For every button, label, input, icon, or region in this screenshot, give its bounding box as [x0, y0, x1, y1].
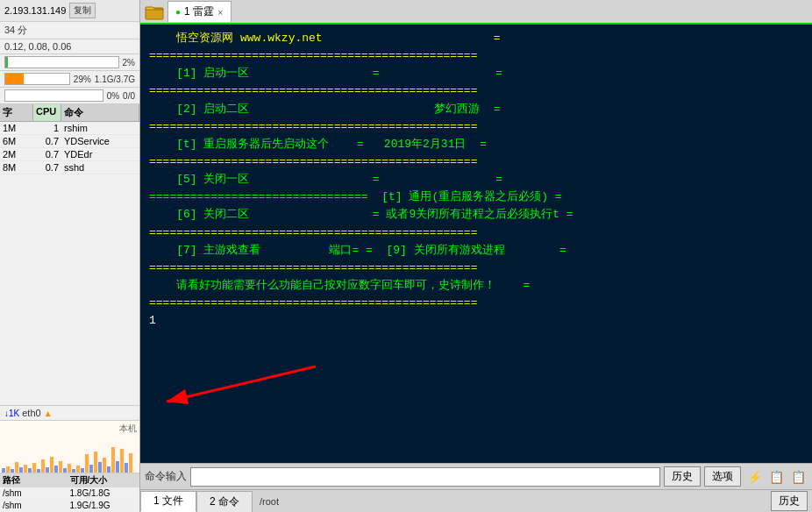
proc-cmd: sshd [61, 161, 139, 174]
chart-bar [15, 462, 18, 473]
swap-detail: 1.1G/3.7G [95, 75, 135, 84]
terminal-line: [2] 启动二区 梦幻西游 = [149, 101, 803, 118]
chart-bar [28, 468, 32, 473]
terminal-line: [5] 关闭一区 = = [149, 171, 803, 188]
net-up: ▲ [44, 409, 53, 418]
bottom-tab-commands[interactable]: 2 命令 [196, 491, 253, 512]
active-tab[interactable]: ● 1 雷霆 × [167, 1, 231, 22]
chart-bar [2, 468, 5, 473]
col-mem-header: 字 [0, 104, 33, 121]
mem-bar-fill [5, 57, 8, 68]
disk-path: /shm [3, 501, 70, 510]
swap-bar-fill [5, 74, 24, 84]
disk-col-size: 可用/大小 [70, 474, 138, 487]
tab-close-button[interactable]: × [217, 7, 223, 18]
chart-bar [125, 463, 128, 473]
chart-bar [11, 469, 14, 473]
chart-bar [63, 468, 67, 473]
chart-bar [59, 461, 62, 473]
sidebar: 2.193.131.149 复制 34 分 0.12, 0.08, 0.06 2… [0, 0, 140, 512]
col-cmd-header: 命令 [61, 104, 139, 121]
disk-col-path: 路径 [3, 474, 70, 487]
flash-icon-button[interactable]: ⚡ [744, 467, 764, 487]
terminal-output[interactable]: 悟空资源网 www.wkzy.net = ===================… [140, 25, 812, 463]
copy-icon-button-2[interactable]: 📋 [788, 467, 808, 487]
process-header: 字 CPU 命令 [0, 104, 139, 122]
bottom-tab-files-label: 1 文件 [153, 494, 183, 508]
process-row: 2M 0.7 YDEdr [0, 148, 139, 161]
io-bar [4, 89, 103, 102]
terminal-line: ========================================… [149, 295, 803, 312]
chart-bar [85, 454, 89, 473]
proc-mem: 8M [0, 161, 33, 174]
mem-bar-row: 2% [0, 54, 139, 71]
chart-bar [24, 465, 27, 473]
proc-cpu: 0.7 [33, 148, 61, 160]
options-button[interactable]: 选项 [704, 466, 741, 487]
chart-bar [98, 462, 102, 473]
chart-bar [46, 467, 49, 473]
disk-path: /shm [3, 488, 70, 498]
chart-bar [54, 466, 58, 473]
tab-status-dot: ● [175, 7, 181, 17]
network-chart: 本机 [0, 420, 139, 473]
chart-bar [81, 468, 84, 473]
chart-bar [94, 452, 97, 473]
chart-bar [107, 466, 110, 473]
proc-mem: 1M [0, 122, 33, 134]
chart-bar [129, 453, 132, 473]
swap-bar-row: 29% 1.1G/3.7G [0, 71, 139, 88]
chart-bar [116, 461, 119, 473]
bottom-history-button[interactable]: 历史 [771, 491, 808, 511]
proc-cmd: rshim [61, 122, 139, 134]
chart-bar [89, 465, 93, 473]
history-button[interactable]: 历史 [664, 466, 701, 487]
terminal-line: ========================================… [149, 47, 803, 65]
chart-bar [120, 449, 124, 473]
svg-line-2 [167, 366, 316, 402]
server-ip: 2.193.131.149 [4, 5, 66, 16]
bottom-tab-files[interactable]: 1 文件 [140, 491, 196, 512]
disk-size: 1.9G/1.9G [70, 501, 138, 510]
cmd-label: 命令输入 [145, 469, 187, 484]
proc-mem: 2M [0, 148, 33, 160]
process-row: 8M 0.7 sshd [0, 161, 139, 174]
mem-bar [4, 56, 119, 68]
cmd-icons: ⚡ 📋 📋 [744, 467, 808, 487]
terminal-line: ========================================… [149, 224, 803, 242]
copy-ip-button[interactable]: 复制 [69, 3, 96, 18]
chart-bar [103, 458, 106, 473]
proc-mem: 6M [0, 135, 33, 147]
proc-cpu: 0.7 [33, 161, 61, 174]
uptime-value: 34 分 [4, 25, 27, 35]
cmd-input-area: 命令输入 历史 选项 ⚡ 📋 📋 [140, 463, 812, 489]
swap-percent: 29% [74, 75, 91, 84]
bottom-tab-commands-label: 2 命令 [210, 494, 239, 509]
chart-bar [50, 457, 53, 473]
chart-bar [19, 467, 23, 473]
proc-cmd: YDEdr [61, 148, 139, 160]
terminal-line: ========================================… [149, 260, 803, 277]
disk-row: /shm 1.8G/1.8G [0, 487, 139, 500]
ip-row: 2.193.131.149 复制 [0, 0, 139, 22]
io-detail: 0/0 [123, 91, 135, 101]
col-cpu-header: CPU [33, 104, 61, 121]
terminal-line: 悟空资源网 www.wkzy.net = [149, 30, 803, 47]
uptime-row: 34 分 [0, 22, 139, 39]
net-down: ↓1K [4, 409, 19, 418]
copy-icon-button-1[interactable]: 📋 [766, 467, 786, 487]
chart-bar [6, 466, 10, 473]
proc-cpu: 0.7 [33, 135, 61, 147]
proc-cpu: 1 [33, 122, 61, 134]
local-label: 本机 [119, 423, 137, 435]
io-percent: 0% [107, 91, 119, 101]
cmd-input[interactable] [190, 467, 660, 487]
chart-bar [32, 463, 36, 473]
chart-bar [76, 466, 80, 473]
folder-icon[interactable] [145, 3, 164, 20]
chart-bar [111, 447, 115, 473]
terminal-line: [t] 重启服务器后先启动这个 = 2019年2月31日 = [149, 136, 803, 153]
terminal-line: ================================ [t] 通用(… [149, 188, 803, 206]
load-value: 0.12, 0.08, 0.06 [4, 41, 71, 52]
terminal-line: [6] 关闭二区 = 或者9关闭所有进程之后必须执行t = [149, 206, 803, 224]
